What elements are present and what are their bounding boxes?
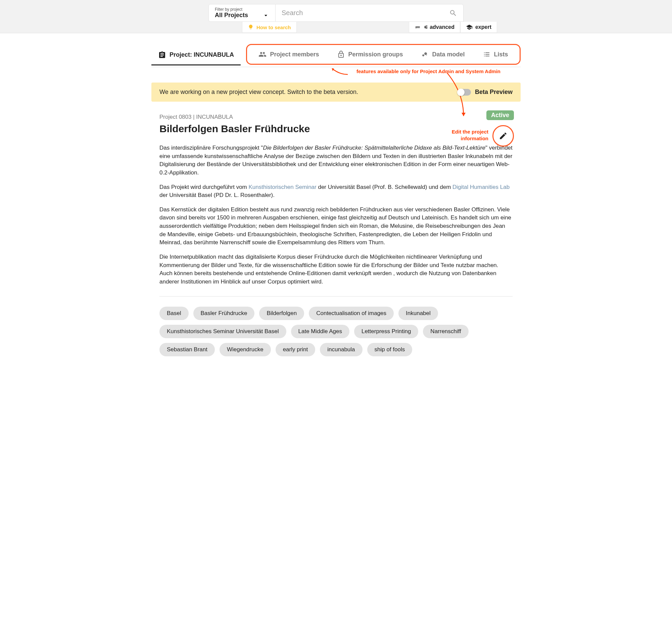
divider [159, 296, 513, 297]
tag[interactable]: Basel [159, 307, 189, 320]
people-icon [258, 50, 267, 58]
tag[interactable]: Bilderfolgen [259, 307, 304, 320]
tune-icon: ≔ [415, 24, 421, 31]
tab-label: Lists [494, 51, 508, 58]
svg-text:≔: ≔ [415, 24, 420, 30]
top-bar: Filter by project All Projects How to se… [0, 0, 672, 33]
banner-text: We are working on a new project view con… [159, 89, 358, 96]
tab-label: Project: INCUNABULA [170, 51, 234, 58]
tag[interactable]: Contectualisation of images [309, 307, 394, 320]
annotation-arrow-icon [329, 67, 349, 76]
lock-icon [337, 50, 345, 58]
how-to-search-link[interactable]: How to search [242, 22, 297, 33]
tab-label: Permission groups [348, 51, 403, 58]
tag[interactable]: Wiegendrucke [220, 343, 271, 356]
search-icon[interactable] [449, 9, 457, 17]
filter-label: Filter by project [215, 7, 269, 12]
bubble-chart-icon [421, 50, 429, 58]
search-input[interactable] [282, 9, 449, 17]
pencil-icon [499, 132, 508, 140]
tag[interactable]: early print [276, 343, 316, 356]
tag[interactable]: Narrenschiff [423, 325, 468, 338]
tab-bar: Project: INCUNABULA Project members Perm… [151, 44, 521, 67]
list-icon [483, 50, 491, 58]
tab-members[interactable]: Project members [252, 45, 326, 64]
edit-project-button[interactable] [492, 125, 514, 147]
link-digital-humanities-lab[interactable]: Digital Humanities Lab [452, 184, 510, 190]
tag[interactable]: Inkunabel [398, 307, 438, 320]
tab-label: Data model [432, 51, 465, 58]
tag-list: BaselBasler FrühdruckeBilderfolgenContec… [159, 307, 513, 356]
toggle-label: Beta Preview [475, 89, 513, 96]
tab-label: Project members [270, 51, 319, 58]
clipboard-icon [158, 51, 166, 59]
tag[interactable]: Sebastian Brant [159, 343, 215, 356]
annotation-admin-text: features available only for Project Admi… [356, 68, 500, 74]
expert-search-link[interactable]: expert [460, 22, 497, 33]
tag[interactable]: Basler Frühdrucke [193, 307, 255, 320]
school-icon [466, 24, 473, 31]
admin-tabs-group: Project members Permission groups Data m… [246, 44, 521, 65]
advanced-search-link[interactable]: ≔ ⚟ advanced [409, 22, 460, 33]
tag[interactable]: incunabula [320, 343, 362, 356]
tab-project[interactable]: Project: INCUNABULA [151, 46, 241, 65]
project-filter[interactable]: Filter by project All Projects [208, 4, 276, 22]
project-description: Das interdisziplinäre Forschungsprojekt … [159, 144, 513, 286]
tag[interactable]: Kunsthistorisches Seminar Universität Ba… [159, 325, 286, 338]
project-meta: Project 0803 | INCUNABULA [159, 114, 513, 120]
status-badge: Active [486, 110, 514, 120]
tab-permissions[interactable]: Permission groups [330, 45, 410, 64]
link-kunsthistorisches-seminar[interactable]: Kunsthistorischen Seminar [249, 184, 317, 190]
beta-toggle[interactable] [458, 89, 471, 96]
search-box [276, 4, 464, 22]
chevron-down-icon [262, 12, 269, 19]
tag[interactable]: Letterpress Printing [354, 325, 418, 338]
lightbulb-icon [248, 24, 254, 30]
tag[interactable]: ship of fools [367, 343, 413, 356]
project-content: Active Edit the project information Proj… [158, 114, 514, 356]
tag[interactable]: Late Middle Ages [291, 325, 349, 338]
tab-datamodel[interactable]: Data model [414, 45, 472, 64]
filter-value: All Projects [215, 12, 248, 19]
annotation-edit-text: Edit the project information [452, 128, 488, 142]
tab-lists[interactable]: Lists [476, 45, 515, 64]
